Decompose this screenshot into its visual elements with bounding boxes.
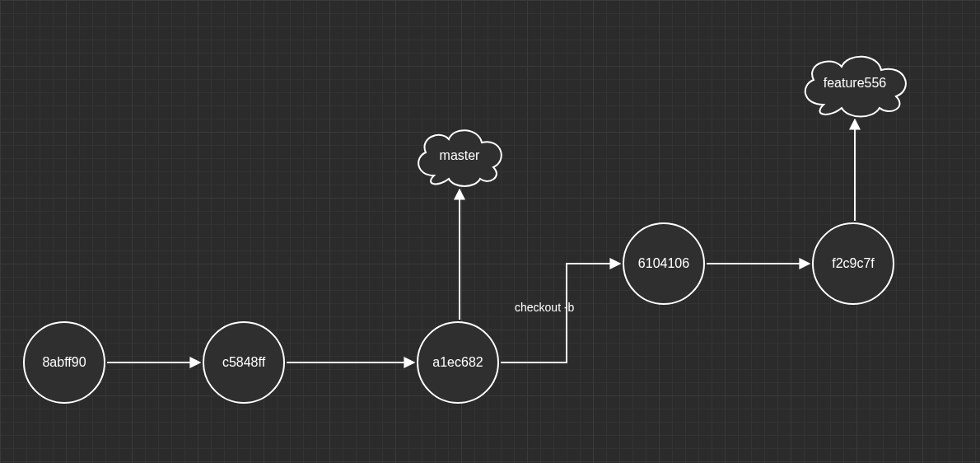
branch-cloud-feature[interactable]: feature556 bbox=[791, 45, 919, 119]
commit-node-c1[interactable]: 8abff90 bbox=[23, 321, 105, 404]
branch-cloud-master[interactable]: master bbox=[406, 119, 513, 189]
commit-node-c2[interactable]: c5848ff bbox=[203, 321, 285, 404]
commit-label: f2c9c7f bbox=[832, 256, 875, 271]
commit-label: c5848ff bbox=[222, 355, 265, 370]
edge-label-checkout: checkout -b bbox=[515, 301, 574, 314]
commit-node-c5[interactable]: f2c9c7f bbox=[812, 222, 894, 305]
commit-label: 8abff90 bbox=[42, 355, 86, 370]
commit-label: 6104106 bbox=[638, 256, 689, 271]
branch-label: feature556 bbox=[824, 76, 887, 91]
diagram-canvas: 8abff90 c5848ff a1ec682 6104106 f2c9c7f … bbox=[0, 0, 980, 463]
branch-label: master bbox=[440, 147, 480, 162]
commit-node-c4[interactable]: 6104106 bbox=[623, 222, 705, 305]
commit-label: a1ec682 bbox=[432, 355, 483, 370]
commit-node-c3[interactable]: a1ec682 bbox=[417, 321, 499, 404]
